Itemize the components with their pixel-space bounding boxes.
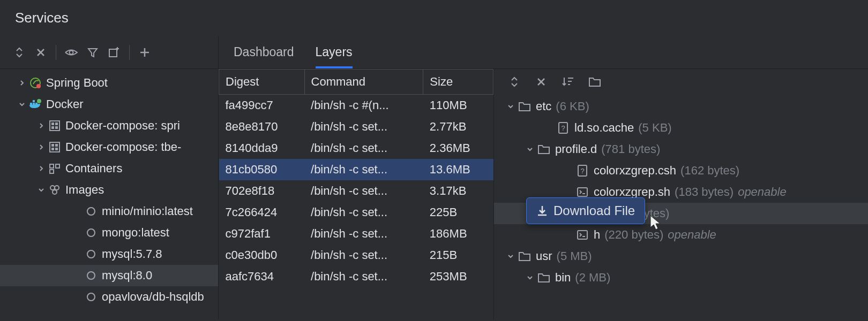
svg-text:?: ? [580, 167, 584, 175]
cell-command: /bin/sh -c set... [304, 116, 423, 137]
tree-item-label: minio/minio:latest [102, 204, 193, 218]
chevron-icon[interactable] [35, 144, 47, 150]
add-icon[interactable] [135, 43, 154, 62]
svg-rect-9 [50, 121, 59, 131]
chevron-icon[interactable] [16, 101, 28, 108]
table-row[interactable]: aafc7634/bin/sh -c set...253MB [219, 266, 493, 287]
file-item[interactable]: etc(6 KB) [494, 96, 868, 117]
tab-dashboard[interactable]: Dashboard [234, 36, 294, 68]
tree-item[interactable]: Docker-compose: spri [0, 115, 218, 136]
table-row[interactable]: c972faf1/bin/sh -c set...186MB [219, 223, 493, 244]
tree-item[interactable]: Spring Boot [0, 72, 218, 94]
file-toolbar [494, 69, 868, 95]
svg-rect-11 [55, 123, 58, 125]
tree-item[interactable]: opavlova/db-hsqldb [0, 286, 218, 308]
cell-digest: 81cb0580 [219, 159, 305, 180]
chevron-icon[interactable] [524, 274, 536, 281]
chevron-icon[interactable] [505, 103, 517, 110]
close-icon[interactable] [532, 72, 551, 91]
file-name: etc [536, 100, 551, 113]
svg-point-8 [37, 99, 41, 103]
cell-size: 253MB [423, 266, 493, 287]
svg-text:?: ? [561, 124, 565, 132]
tree-item[interactable]: Docker [0, 94, 218, 115]
cell-size: 2.77kB [423, 116, 493, 137]
tree-item[interactable]: Docker-compose: tbe- [0, 136, 218, 158]
new-window-icon[interactable] [104, 43, 124, 62]
file-name: usr [536, 249, 552, 263]
images-icon [47, 184, 62, 196]
svg-rect-16 [55, 144, 58, 147]
grid-icon [47, 120, 62, 132]
expand-collapse-icon[interactable] [505, 72, 524, 91]
panel-title: Services [0, 0, 868, 36]
file-size: (2 MB) [575, 271, 610, 285]
cell-size: 2.36MB [423, 137, 493, 159]
svg-rect-14 [50, 142, 59, 152]
filter-icon[interactable] [83, 43, 102, 62]
docker-icon [28, 98, 43, 110]
tree-item[interactable]: Images [0, 179, 218, 201]
table-row[interactable]: c0e30db0/bin/sh -c set...215B [219, 244, 493, 266]
chevron-icon[interactable] [16, 80, 28, 86]
file-browser-panel: etc(6 KB)?ld.so.cache(5 KB)profile.d(781… [494, 69, 868, 319]
svg-rect-17 [51, 148, 54, 150]
svg-rect-13 [55, 126, 58, 129]
tree-item[interactable]: minio/minio:latest [0, 201, 218, 222]
cell-digest: fa499cc7 [219, 95, 305, 116]
column-header[interactable]: Size [423, 70, 493, 95]
svg-point-22 [50, 186, 55, 190]
folder-icon [517, 251, 533, 262]
spring-icon [28, 77, 43, 89]
table-row[interactable]: 81cb0580/bin/sh -c set...13.6MB [219, 159, 493, 180]
file-name: ld.so.cache [574, 121, 634, 135]
file-item[interactable]: ?ld.so.cache(5 KB) [494, 117, 868, 139]
file-name: colorxzgrep.csh [594, 164, 676, 178]
eye-icon[interactable] [62, 43, 81, 62]
grid-icon [47, 141, 62, 153]
table-row[interactable]: 8e8e8170/bin/sh -c set...2.77kB [219, 116, 493, 137]
file-item[interactable]: h(220 bytes)openable [494, 224, 868, 246]
file-size: (220 bytes) [604, 228, 663, 242]
openable-badge: openable [668, 228, 716, 242]
cell-size: 225B [423, 202, 493, 223]
chevron-icon[interactable] [35, 123, 47, 129]
folder-icon[interactable] [585, 72, 604, 91]
chevron-icon[interactable] [35, 187, 47, 193]
download-file-tooltip[interactable]: Download File [526, 197, 645, 224]
file-item[interactable]: bin(2 MB) [494, 267, 868, 288]
svg-rect-20 [56, 164, 59, 168]
column-header[interactable]: Digest [219, 70, 305, 95]
file-item[interactable]: profile.d(781 bytes) [494, 139, 868, 160]
sort-icon[interactable] [558, 72, 578, 91]
tree-item[interactable]: mysql:8.0 [0, 265, 218, 286]
chevron-icon[interactable] [35, 165, 47, 172]
table-row[interactable]: 702e8f18/bin/sh -c set...3.17kB [219, 180, 493, 202]
svg-point-25 [87, 208, 95, 215]
svg-point-26 [87, 229, 95, 236]
table-row[interactable]: 8140dda9/bin/sh -c set...2.36MB [219, 137, 493, 159]
cell-size: 215B [423, 244, 493, 266]
tree-item[interactable]: mongo:latest [0, 222, 218, 243]
cell-size: 3.17kB [423, 180, 493, 202]
svg-rect-21 [50, 170, 54, 173]
file-item[interactable]: usr(5 MB) [494, 246, 868, 267]
tab-bar: DashboardLayers [219, 36, 868, 69]
file-item[interactable]: ?colorxzgrep.csh(162 bytes) [494, 160, 868, 181]
chevron-icon[interactable] [524, 146, 536, 152]
expand-collapse-icon[interactable] [10, 43, 29, 62]
chevron-icon[interactable] [505, 253, 517, 259]
close-icon[interactable] [31, 43, 50, 62]
file-size: (781 bytes) [601, 142, 660, 156]
tree-item-label: Images [65, 183, 104, 197]
table-row[interactable]: fa499cc7/bin/sh -c #(n...110MB [219, 95, 493, 116]
openable-badge: openable [738, 185, 787, 199]
tree-item-label: opavlova/db-hsqldb [102, 290, 204, 304]
column-header[interactable]: Command [304, 70, 423, 95]
cell-command: /bin/sh -c #(n... [304, 95, 423, 116]
table-row[interactable]: 7c266424/bin/sh -c set...225B [219, 202, 493, 223]
tree-item[interactable]: Containers [0, 158, 218, 179]
tree-item[interactable]: mysql:5.7.8 [0, 243, 218, 265]
svg-point-23 [55, 186, 59, 190]
tab-layers[interactable]: Layers [316, 36, 353, 68]
